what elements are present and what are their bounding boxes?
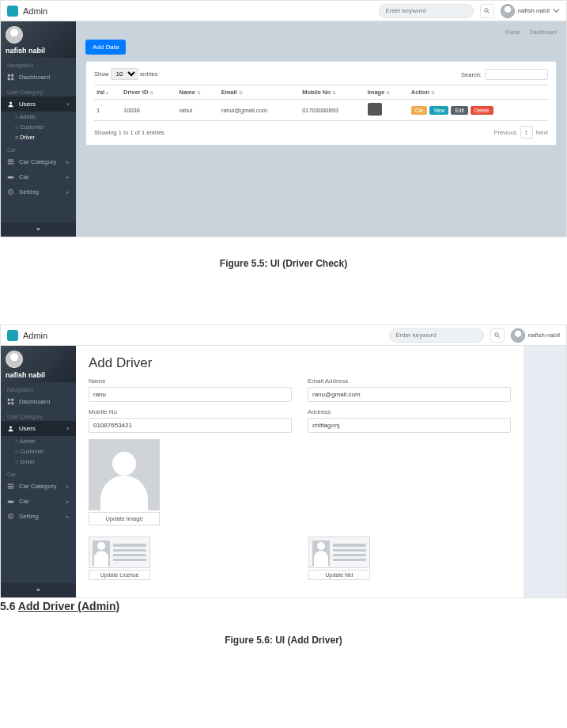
table-search-input[interactable] xyxy=(485,69,548,80)
sidebar-item-car[interactable]: Car ▸ xyxy=(1,169,76,184)
sidebar-item-users[interactable]: Users ▾ xyxy=(1,421,76,436)
header-username[interactable]: nafish nabil xyxy=(518,7,550,14)
breadcrumb-home[interactable]: Home xyxy=(505,29,520,35)
right-gutter xyxy=(524,346,566,597)
topbar: Admin nafish nabil xyxy=(1,325,566,346)
svg-rect-19 xyxy=(8,402,10,404)
user-avatar-icon[interactable] xyxy=(501,4,515,18)
caret-down-icon[interactable] xyxy=(553,7,560,14)
cell-name: rahul xyxy=(176,100,218,121)
update-license-button[interactable]: Update License xyxy=(89,570,150,580)
collapse-caret-icon: ▾ xyxy=(66,101,70,108)
th-sl[interactable]: #sl▴ xyxy=(94,85,121,100)
sidebar-section-usercat: User Category xyxy=(1,409,76,421)
brand-label: Admin xyxy=(23,6,379,16)
nid-placeholder-icon xyxy=(308,537,370,568)
sidebar-item-car-category[interactable]: Car Category ▸ xyxy=(1,479,76,494)
sidebar-sub-admin[interactable]: ○ Admin xyxy=(1,112,76,122)
cell-email: rahul@gmail.com xyxy=(219,100,301,121)
sidebar-collapse-button[interactable]: « xyxy=(1,222,76,237)
name-label: Name xyxy=(89,377,292,385)
sidebar-item-setting[interactable]: Setting ▸ xyxy=(1,184,76,199)
sort-icon: ⇅ xyxy=(149,90,153,95)
search-button[interactable] xyxy=(490,328,505,343)
sidebar-item-label: Users xyxy=(19,100,36,108)
svg-rect-18 xyxy=(11,399,13,401)
th-driverid[interactable]: Driver ID⇅ xyxy=(121,85,176,100)
email-label: Email Address xyxy=(308,377,511,385)
address-input[interactable] xyxy=(308,418,511,433)
update-image-button[interactable]: Update Image xyxy=(89,512,160,525)
th-mobile[interactable]: Mobile No⇅ xyxy=(300,85,365,100)
sidebar-item-label: Setting xyxy=(19,188,39,195)
figure-caption-2: Figure 5.6: UI (Add Driver) xyxy=(0,635,567,646)
pager-next[interactable]: Next xyxy=(536,129,548,136)
dashboard-icon xyxy=(7,398,14,405)
sidebar-sub-customer[interactable]: ○ Customer xyxy=(1,446,76,457)
header-search-input[interactable] xyxy=(384,6,452,15)
user-avatar-icon[interactable] xyxy=(511,328,525,343)
search-button[interactable] xyxy=(480,4,494,18)
sidebar-username: nafish nabil xyxy=(6,47,45,55)
sidebar-item-users[interactable]: Users ▾ xyxy=(1,97,76,112)
th-image[interactable]: Image⇅ xyxy=(365,85,409,100)
sidebar-sub-customer[interactable]: ○ Customer xyxy=(1,122,76,132)
car-icon xyxy=(7,173,14,180)
add-driver-content: Add Driver Name Email Address Mobile No xyxy=(76,346,524,597)
sidebar-section-usercat: User Category xyxy=(1,85,76,97)
email-input[interactable] xyxy=(308,387,511,402)
car-icon xyxy=(7,498,14,505)
photo-upload-block: Update Image xyxy=(89,439,511,525)
table-header-row: #sl▴ Driver ID⇅ Name⇅ Email⇅ Mobile No⇅ … xyxy=(94,85,548,100)
list-icon xyxy=(7,158,14,165)
pager-page-1[interactable]: 1 xyxy=(520,126,533,138)
add-data-button[interactable]: Add Data xyxy=(85,40,126,55)
sidebar-item-car-category[interactable]: Car Category ▸ xyxy=(1,154,76,169)
update-nid-button[interactable]: Update Nid xyxy=(308,570,370,580)
action-edit-button[interactable]: Edit xyxy=(451,106,467,115)
svg-rect-10 xyxy=(8,176,14,179)
sidebar-sub-driver[interactable]: ○ Driver xyxy=(1,132,76,142)
action-car-button[interactable]: Car xyxy=(411,106,427,115)
entries-select[interactable]: 10 xyxy=(111,68,138,80)
svg-point-15 xyxy=(495,333,499,337)
name-input[interactable] xyxy=(89,387,292,402)
add-driver-screenshot: Admin nafish nabil nafish nabil Navigati… xyxy=(0,324,567,598)
sidebar-sub-driver[interactable]: ○ Driver xyxy=(1,457,76,467)
sidebar-item-label: Dashboard xyxy=(19,74,50,81)
search-icon xyxy=(483,7,490,14)
svg-point-27 xyxy=(12,502,13,504)
sidebar-item-car[interactable]: Car ▸ xyxy=(1,494,76,509)
svg-point-0 xyxy=(485,9,489,13)
sidebar-sub-admin[interactable]: ○ Admin xyxy=(1,436,76,446)
th-name[interactable]: Name⇅ xyxy=(176,85,218,100)
action-delete-button[interactable]: Delete xyxy=(471,106,493,115)
sidebar-item-setting[interactable]: Setting ▸ xyxy=(1,509,76,524)
th-email[interactable]: Email⇅ xyxy=(219,85,301,100)
svg-rect-17 xyxy=(8,399,10,401)
header-search-input[interactable] xyxy=(395,331,462,339)
sidebar-section-car: Car xyxy=(1,142,76,154)
th-action[interactable]: Action⇅ xyxy=(409,85,548,100)
action-view-button[interactable]: View xyxy=(429,106,448,115)
header-search[interactable] xyxy=(389,328,484,343)
sort-icon: ▴ xyxy=(106,90,108,95)
svg-rect-24 xyxy=(8,487,14,488)
show-entries-control: Show 10 entries xyxy=(94,68,157,80)
sidebar-item-dashboard[interactable]: Dashboard xyxy=(1,70,76,85)
brand-label: Admin xyxy=(23,331,389,340)
svg-rect-7 xyxy=(8,160,14,161)
svg-rect-20 xyxy=(11,402,13,404)
pager-prev[interactable]: Previous xyxy=(493,129,516,136)
sidebar-item-dashboard[interactable]: Dashboard xyxy=(1,394,76,409)
svg-line-16 xyxy=(498,336,500,338)
page-title: Add Driver xyxy=(89,355,511,371)
driver-check-screenshot: Admin nafish nabil nafish nabil Navigati… xyxy=(0,0,567,237)
mobile-input[interactable] xyxy=(89,418,292,433)
header-search[interactable] xyxy=(379,4,474,18)
logo-icon xyxy=(7,6,18,17)
header-username[interactable]: nafish nabil xyxy=(528,332,560,339)
sidebar-collapse-button[interactable]: « xyxy=(1,583,76,597)
sidebar-item-label: Car xyxy=(19,498,29,505)
document-upload-row: Update License Update Nid xyxy=(89,537,511,580)
